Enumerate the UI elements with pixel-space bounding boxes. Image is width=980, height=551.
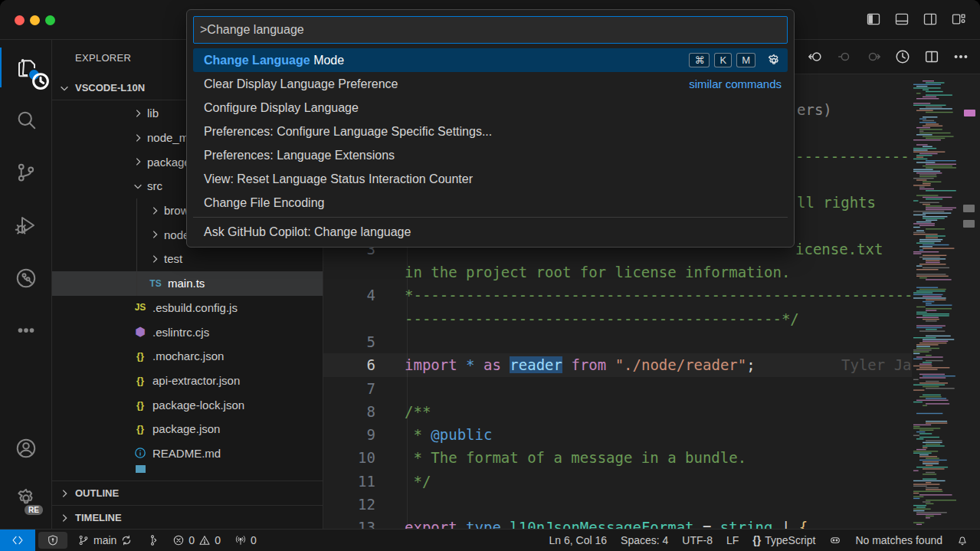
chevron-right-icon <box>58 487 70 500</box>
zoom-window-button[interactable] <box>45 15 55 25</box>
code-text: in the project root for license informat… <box>405 261 790 284</box>
code-line-5[interactable]: 5 <box>323 330 980 353</box>
tree-item-README.md[interactable]: README.md <box>52 441 323 466</box>
activity-settings[interactable]: RE <box>0 478 52 518</box>
tree-item-api-extractor.json[interactable]: {}api-extractor.json <box>52 369 323 393</box>
status-notifications-text[interactable]: No matches found <box>848 530 949 551</box>
code-line-10[interactable]: 10 * The format of a message in a bundle… <box>323 446 980 469</box>
status-label: 0 <box>251 534 257 546</box>
minimize-window-button[interactable] <box>30 15 40 25</box>
copilot-icon <box>829 534 841 546</box>
tree-item-label: src <box>147 179 162 192</box>
activity-more-views[interactable] <box>0 310 52 350</box>
close-window-button[interactable] <box>15 15 25 25</box>
palette-item-label: Change File Encoding <box>204 196 324 210</box>
palette-item-3[interactable]: Preferences: Configure Language Specific… <box>193 120 788 143</box>
palette-item-label: Mode <box>310 54 344 67</box>
sync-icon <box>120 534 133 546</box>
similar-commands-link[interactable]: similar commands <box>689 77 782 90</box>
palette-item-6[interactable]: Change File Encoding <box>193 191 788 215</box>
status-label: 0 <box>215 534 221 546</box>
command-palette: Change Language Mode⌘KMClear Display Lan… <box>186 9 795 248</box>
code-line-4[interactable]: 4*--------------------------------------… <box>323 284 980 307</box>
tree-item-partial-file[interactable] <box>52 465 323 473</box>
panel-bottom-icon[interactable] <box>894 11 910 27</box>
activity-accounts[interactable] <box>0 428 52 468</box>
status-remote[interactable] <box>0 530 35 551</box>
eslint-file-icon: ⬢ <box>133 325 147 339</box>
tree-item-package-lock.json[interactable]: {}package-lock.json <box>52 392 323 417</box>
code-line-7[interactable]: 7 <box>323 377 980 400</box>
status-branch[interactable]: main <box>70 530 139 551</box>
status-ports[interactable]: 0 <box>228 530 264 551</box>
tree-item-.eslintrc.cjs[interactable]: ⬢.eslintrc.cjs <box>52 320 323 344</box>
palette-item-2[interactable]: Configure Display Language <box>193 96 788 120</box>
tree-item-package.json[interactable]: {}package.json <box>52 417 323 441</box>
panel-left-icon[interactable] <box>866 11 881 27</box>
status-bar-left: main000 <box>0 530 264 551</box>
palette-item-0[interactable]: Change Language Mode⌘KM <box>193 48 788 72</box>
status-indentation[interactable]: Spaces: 4 <box>614 530 675 551</box>
history-clock-icon[interactable] <box>894 48 911 68</box>
status-eol[interactable]: LF <box>719 530 746 551</box>
configure-keybinding-gear-icon[interactable] <box>766 53 782 68</box>
status-label: 0 <box>188 534 195 546</box>
profile-badge: RE <box>23 503 44 517</box>
code-line-8[interactable]: 8/** <box>323 400 980 423</box>
status-encoding[interactable]: UTF-8 <box>675 530 719 551</box>
status-problems[interactable]: 00 <box>166 530 228 551</box>
customize-layout-icon[interactable] <box>951 11 966 27</box>
panel-right-icon[interactable] <box>923 11 938 27</box>
prev-change-icon[interactable] <box>836 48 853 68</box>
code-line-12[interactable]: 12 <box>323 493 980 516</box>
key-label: K <box>714 53 732 67</box>
next-change-icon[interactable] <box>865 48 882 68</box>
palette-item-1[interactable]: Clear Display Language Preferencesimilar… <box>193 72 788 96</box>
tree-item-test[interactable]: test <box>52 247 323 271</box>
status-workspace-trust[interactable] <box>38 532 67 549</box>
tree-item-label: package-lock.json <box>152 398 244 412</box>
nav-back-circle-icon[interactable] <box>807 48 824 68</box>
code-line-6[interactable]: 6import * as reader from "./node/reader"… <box>323 353 980 376</box>
code-line[interactable]: ----------------------------------------… <box>323 307 980 330</box>
timeline-section[interactable]: TIMELINE <box>52 505 323 529</box>
activity-commit-graph[interactable] <box>0 258 52 298</box>
minimap[interactable] <box>912 74 959 529</box>
palette-item-5[interactable]: View: Reset Language Status Interaction … <box>193 167 788 191</box>
outline-section[interactable]: OUTLINE <box>52 480 323 505</box>
status-compare-changes[interactable] <box>139 530 166 551</box>
activity-source-control[interactable] <box>0 153 52 192</box>
braces-icon: {} <box>752 534 761 546</box>
activity-search[interactable] <box>0 100 52 139</box>
tree-item-label: lib <box>147 107 159 120</box>
tree-item-.mocharc.json[interactable]: {}.mocharc.json <box>52 344 323 369</box>
more-actions-icon[interactable] <box>952 48 969 68</box>
line-number: 10 <box>323 446 375 469</box>
code-line-9[interactable]: 9 * @public <box>323 423 980 446</box>
code-text: /** <box>405 400 431 423</box>
status-bell[interactable] <box>949 530 975 551</box>
palette-item-7[interactable]: Ask GitHub Copilot: Change language <box>193 220 788 244</box>
code-line-11[interactable]: 11 */ <box>323 470 980 493</box>
command-palette-input[interactable] <box>193 16 788 44</box>
code-line-13[interactable]: 13export type l10nJsonMessageFormat = st… <box>323 516 980 529</box>
status-copilot[interactable] <box>822 530 848 551</box>
palette-item-4[interactable]: Preferences: Language Extensions <box>193 143 788 167</box>
split-editor-icon[interactable] <box>923 48 940 68</box>
chevron-down-icon <box>58 82 70 94</box>
palette-separator <box>193 217 788 218</box>
scroll-marker <box>963 220 975 228</box>
code-line[interactable]: in the project root for license informat… <box>323 261 980 284</box>
line-number: 8 <box>323 400 375 423</box>
tree-item-.esbuild.config.js[interactable]: JS.esbuild.config.js <box>52 296 323 320</box>
line-number: 12 <box>323 493 375 516</box>
status-cursor-position[interactable]: Ln 6, Col 16 <box>542 530 615 551</box>
editor-scrollbar[interactable] <box>959 74 980 529</box>
tree-item-main.ts[interactable]: TSmain.ts <box>52 271 323 296</box>
activity-explorer[interactable] <box>0 48 52 87</box>
activity-run-debug[interactable] <box>0 205 52 245</box>
warning-icon <box>198 534 211 546</box>
status-language-mode[interactable]: {}TypeScript <box>746 530 822 551</box>
tree-item-label: README.md <box>152 447 221 460</box>
root-folder-label: VSCODE-L10N <box>75 82 145 93</box>
